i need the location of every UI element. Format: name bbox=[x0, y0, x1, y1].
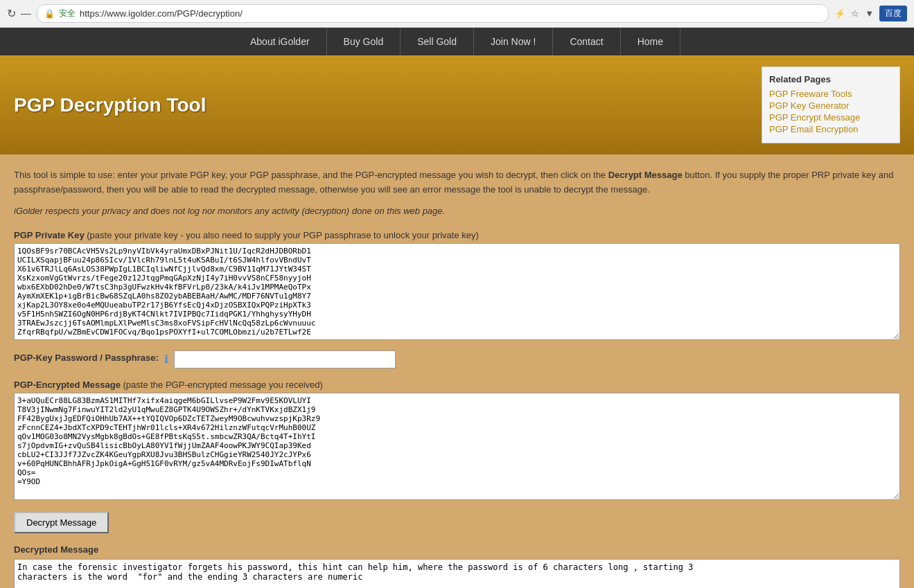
nav-buy-gold[interactable]: Buy Gold bbox=[327, 28, 401, 55]
browser-controls: ↻ ⸻ bbox=[7, 7, 31, 20]
lock-icon: 🔒 bbox=[44, 9, 55, 19]
private-key-label-text: PGP Private Key bbox=[14, 230, 85, 240]
related-link-keygen[interactable]: PGP Key Generator bbox=[769, 100, 893, 111]
star-icon[interactable]: ☆ bbox=[851, 8, 859, 19]
passphrase-row: PGP-Key Password / Passphrase: ℹ bbox=[14, 350, 900, 368]
nav-about[interactable]: About iGolder bbox=[234, 28, 327, 55]
chevron-icon[interactable]: ▼ bbox=[865, 8, 874, 19]
browser-bar: ↻ ⸻ 🔒 安全 https://www.igolder.com/PGP/dec… bbox=[0, 0, 914, 28]
encrypted-label: PGP-Encrypted Message (paste the PGP-enc… bbox=[14, 380, 900, 390]
info-icon[interactable]: ℹ bbox=[164, 353, 168, 366]
related-link-encrypt[interactable]: PGP Encrypt Message bbox=[769, 112, 893, 123]
description-text1: This tool is simple to use: enter your p… bbox=[14, 170, 606, 180]
main-content: This tool is simple to use: enter your p… bbox=[0, 154, 914, 588]
private-key-label: PGP Private Key (paste your private key … bbox=[14, 230, 900, 240]
privacy-note: iGolder respects your privacy and does n… bbox=[14, 206, 900, 216]
related-link-email[interactable]: PGP Email Encryption bbox=[769, 124, 893, 134]
page-title: PGP Decryption Tool bbox=[14, 94, 206, 116]
encrypted-message-input[interactable]: 3+aUQuECr88LG83BzmAS1MITHf7xifx4aiqgeM6b… bbox=[14, 393, 900, 500]
secure-text: 安全 bbox=[59, 8, 76, 19]
nav-home[interactable]: Home bbox=[621, 28, 680, 55]
baidu-button[interactable]: 百度 bbox=[879, 6, 907, 21]
nav-sell-gold[interactable]: Sell Gold bbox=[401, 28, 474, 55]
nav-contact[interactable]: Contact bbox=[553, 28, 620, 55]
decrypt-button[interactable]: Decrypt Message bbox=[14, 512, 109, 533]
nav-join-now[interactable]: Join Now ! bbox=[474, 28, 553, 55]
decrypted-label: Decrypted Message bbox=[14, 544, 900, 555]
url-text: https://www.igolder.com/PGP/decryption/ bbox=[80, 8, 243, 19]
encrypted-label-text: PGP-Encrypted Message bbox=[14, 380, 121, 390]
description-bold: Decrypt Message bbox=[608, 170, 683, 180]
page-header: PGP Decryption Tool Related Pages PGP Fr… bbox=[0, 55, 914, 154]
decrypted-message-output[interactable]: In case the forensic investigator forget… bbox=[14, 559, 900, 588]
related-pages-title: Related Pages bbox=[769, 74, 893, 84]
passphrase-input[interactable] bbox=[174, 350, 396, 368]
address-bar[interactable]: 🔒 安全 https://www.igolder.com/PGP/decrypt… bbox=[37, 4, 829, 23]
private-key-hint: (paste your private key - you also need … bbox=[87, 230, 479, 240]
description: This tool is simple to use: enter your p… bbox=[14, 168, 900, 197]
reload-button[interactable]: ⸻ bbox=[20, 8, 31, 20]
private-key-input[interactable]: 1QOsBF9sr70BCAcVH5Vs2Lp9nyVIbVk4yraUmxDB… bbox=[14, 243, 900, 340]
lightning-icon: ⚡ bbox=[834, 8, 845, 19]
browser-right: ⚡ ☆ ▼ 百度 bbox=[834, 6, 907, 21]
back-button[interactable]: ↻ bbox=[7, 7, 16, 20]
related-pages: Related Pages PGP Freeware Tools PGP Key… bbox=[762, 66, 900, 143]
main-nav: About iGolder Buy Gold Sell Gold Join No… bbox=[0, 28, 914, 55]
encrypted-hint: (paste the PGP-encrypted message you rec… bbox=[123, 380, 323, 390]
related-link-freeware[interactable]: PGP Freeware Tools bbox=[769, 89, 893, 99]
passphrase-label: PGP-Key Password / Passphrase: bbox=[14, 353, 159, 363]
